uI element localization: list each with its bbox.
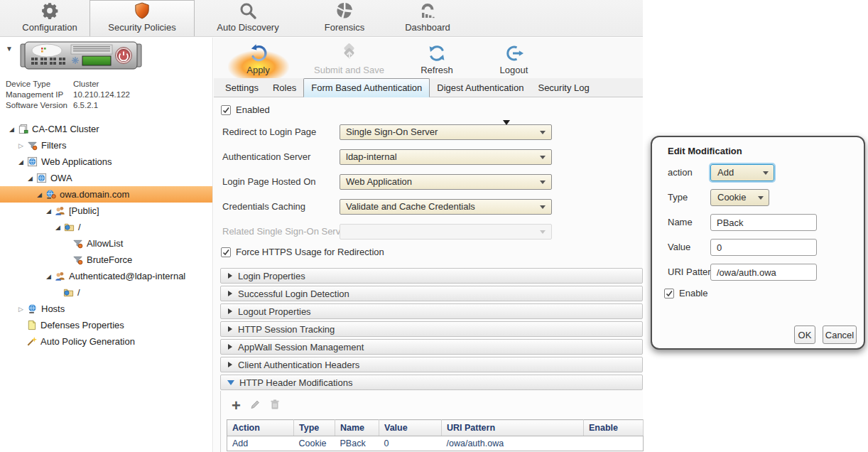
chevron-down-icon: [540, 230, 546, 234]
edit-row-icon[interactable]: [249, 399, 261, 413]
gear-icon: [40, 1, 59, 21]
tree-item-web-applications[interactable]: ◢ Web Applications: [0, 154, 212, 170]
login-page-hosted-on-dropdown[interactable]: Web Application: [340, 174, 552, 190]
refresh-icon: [427, 43, 447, 64]
tab-settings[interactable]: Settings: [218, 79, 266, 97]
device-info-label: Device Type: [6, 79, 73, 90]
expander-icon[interactable]: ▷: [16, 306, 26, 313]
tree-item-public-root-path[interactable]: ◢ /: [0, 219, 212, 235]
pie-chart-icon: [335, 1, 354, 21]
field-label: Authentication Server: [222, 149, 310, 165]
delete-row-icon[interactable]: [269, 399, 281, 413]
logout-button[interactable]: Logout: [480, 39, 548, 76]
apply-button[interactable]: Apply: [228, 39, 288, 76]
appliance-image: [20, 41, 142, 73]
chevron-right-icon: [228, 308, 232, 314]
chevron-right-icon: [228, 273, 232, 279]
chevron-down-icon: [540, 156, 546, 159]
table-row[interactable]: Add Cookie PBack 0 /owa/auth.owa: [227, 436, 644, 451]
type-dropdown[interactable]: Cookie: [710, 189, 769, 206]
tab-roles[interactable]: Roles: [266, 79, 303, 97]
chevron-down-icon: [540, 181, 546, 184]
tab-security-log[interactable]: Security Log: [531, 79, 596, 97]
enable-checkbox[interactable]: [664, 289, 674, 298]
tree-item-defenses-properties[interactable]: Defenses Properties: [0, 317, 212, 333]
tree-item-owa-domain-com[interactable]: ◢ owa.domain.com: [0, 186, 212, 203]
tree-item-filters[interactable]: ▷ Filters: [0, 137, 212, 154]
dialog-title: Edit Modification: [668, 146, 742, 156]
value-field[interactable]: [710, 239, 817, 256]
nav-dashboard[interactable]: Dashboard: [388, 0, 467, 36]
section-successful-login-detection[interactable]: Successful Login Detection: [220, 286, 643, 301]
policy-tree: ◢ CA-CM1 Cluster ▷ Filters ◢ Web Applica…: [0, 121, 212, 350]
expander-icon[interactable]: ◢: [7, 126, 16, 133]
expander-icon[interactable]: ◢: [44, 208, 53, 215]
collapse-triangle-icon[interactable]: ▼: [6, 45, 13, 53]
tree-item-owa[interactable]: ◢ OWA: [0, 170, 212, 186]
nav-security-policies[interactable]: Security Policies: [89, 0, 195, 36]
tree-item-label: /: [75, 287, 80, 298]
tree-item-auto-policy-generation[interactable]: Auto Policy Generation: [0, 333, 212, 350]
section-label: Client Authentication Headers: [238, 360, 359, 370]
enabled-checkbox[interactable]: [221, 105, 231, 115]
submit-and-save-button[interactable]: Submit and Save: [298, 39, 401, 76]
uri-pattern-field[interactable]: [710, 264, 817, 281]
section-client-authentication-headers[interactable]: Client Authentication Headers: [220, 357, 643, 372]
action-toolbar: Apply Submit and Save Refresh Logout: [214, 38, 643, 78]
ok-button[interactable]: OK: [794, 325, 815, 344]
expander-icon[interactable]: ◢: [53, 224, 63, 231]
column-header-value: Value: [379, 420, 442, 436]
column-header-enable: Enable: [584, 420, 644, 436]
expander-icon[interactable]: ◢: [26, 175, 35, 182]
tree-item-auth-root-path[interactable]: /: [0, 284, 212, 301]
header-modifications-table: Action Type Name Value URI Pattern Enabl…: [227, 419, 644, 451]
column-header-name: Name: [335, 420, 379, 436]
section-http-session-tracking[interactable]: HTTP Session Tracking: [220, 321, 643, 337]
section-login-properties[interactable]: Login Properties: [220, 268, 643, 284]
logout-label: Logout: [500, 65, 528, 76]
dialog-field-label: Name: [668, 214, 693, 231]
force-https-checkbox[interactable]: [221, 247, 231, 257]
nav-forensics[interactable]: Forensics: [301, 0, 388, 36]
action-dropdown[interactable]: Add: [710, 164, 774, 181]
section-logout-properties[interactable]: Logout Properties: [220, 303, 643, 319]
dropdown-value: Validate and Cache Credentials: [346, 201, 475, 212]
cancel-button[interactable]: Cancel: [823, 325, 857, 344]
nav-auto-discovery[interactable]: Auto Discovery: [195, 0, 301, 36]
tab-digest-authentication[interactable]: Digest Authentication: [430, 79, 531, 97]
tree-item-allowlist[interactable]: AllowList: [0, 235, 212, 252]
refresh-button[interactable]: Refresh: [404, 39, 470, 76]
filter-icon: [71, 238, 85, 249]
tree-item-authenticated-ldap-internal[interactable]: ◢ Authenticated@ldap-internal: [0, 268, 212, 284]
tree-item-public[interactable]: ◢ [Public]: [0, 203, 212, 219]
tree-item-label: Authenticated@ldap-internal: [67, 271, 185, 281]
tree-item-bruteforce[interactable]: BruteForce: [0, 252, 212, 268]
expander-icon[interactable]: ▷: [16, 142, 26, 149]
magic-wand-icon: [25, 336, 38, 347]
redirect-to-login-page-dropdown[interactable]: Single Sign-On Server: [340, 124, 552, 140]
tree-item-ca-cm1-cluster[interactable]: ◢ CA-CM1 Cluster: [0, 121, 212, 137]
note-icon: [25, 320, 38, 330]
tab-form-based-authentication[interactable]: Form Based Authentication: [303, 78, 430, 97]
nav-configuration[interactable]: Configuration: [10, 0, 89, 36]
authentication-server-dropdown[interactable]: ldap-internal: [340, 149, 552, 165]
name-field[interactable]: [710, 214, 817, 231]
dialog-field-label: URI Pattern: [668, 264, 716, 281]
tab-label: Settings: [225, 82, 259, 93]
nav-label: Forensics: [325, 22, 364, 33]
credentials-caching-dropdown[interactable]: Validate and Cache Credentials: [340, 199, 552, 215]
expander-icon[interactable]: ◢: [35, 191, 44, 198]
chevron-down-icon: [227, 380, 234, 385]
force-https-label: Force HTTPS Usage for Redirection: [236, 247, 384, 257]
tab-label: Form Based Authentication: [311, 82, 422, 93]
expander-icon[interactable]: ◢: [16, 158, 26, 166]
tree-item-hosts[interactable]: ▷ Hosts: [0, 301, 212, 317]
section-http-header-modifications[interactable]: HTTP Header Modifications: [220, 375, 643, 390]
section-label: Login Properties: [238, 271, 305, 281]
add-row-icon[interactable]: +: [232, 399, 241, 412]
cell-name: PBack: [335, 436, 379, 451]
device-info-value: 6.5.2.1: [73, 101, 98, 109]
section-appwall-session-management[interactable]: AppWall Session Management: [220, 339, 643, 355]
device-info-label: Management IP: [6, 90, 73, 100]
expander-icon[interactable]: ◢: [44, 273, 53, 280]
